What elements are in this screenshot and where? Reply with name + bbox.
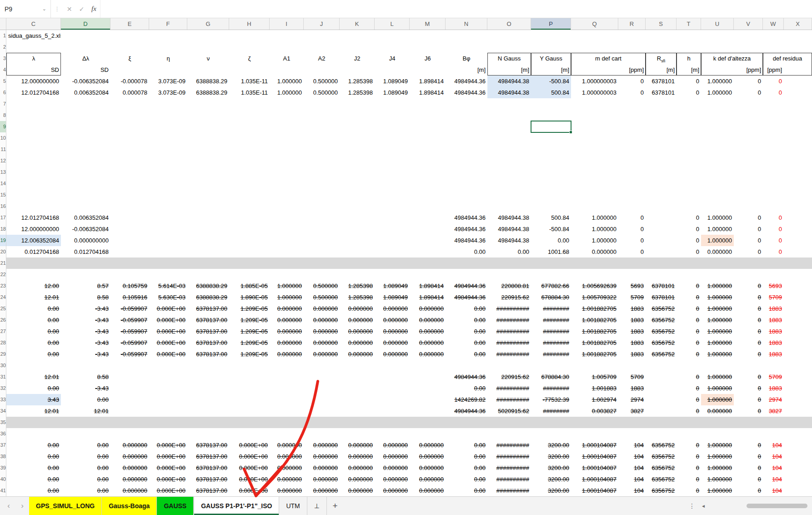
cell-I22[interactable] — [270, 269, 304, 280]
cell-S30[interactable] — [646, 360, 677, 371]
cell-G9[interactable] — [187, 121, 229, 132]
cell-J19[interactable] — [304, 235, 340, 246]
cell-N4[interactable]: [m] — [446, 64, 487, 76]
cell-D14[interactable] — [61, 178, 110, 189]
cell-V41[interactable]: 0 — [734, 485, 763, 496]
cell-D7[interactable] — [61, 98, 110, 110]
cell-S35[interactable] — [646, 417, 677, 428]
cell-E32[interactable] — [110, 383, 149, 394]
cell-N28[interactable]: 0.00 — [446, 337, 487, 348]
cell-K17[interactable] — [340, 212, 375, 223]
cell-G4[interactable] — [187, 64, 229, 76]
cell-S5[interactable]: 6378101 — [646, 76, 677, 87]
row-header-28[interactable]: 28 — [0, 337, 6, 348]
cell-I15[interactable] — [270, 189, 304, 201]
cell-R21[interactable] — [618, 258, 646, 269]
cell-H30[interactable] — [229, 360, 270, 371]
cell-U15[interactable] — [701, 189, 734, 201]
cell-U9[interactable] — [701, 121, 734, 132]
cell-J26[interactable]: 0.000000 — [304, 314, 340, 326]
cell-J41[interactable]: 0.000000 — [304, 485, 340, 496]
cell-T36[interactable] — [677, 428, 701, 439]
cell-M2[interactable] — [410, 41, 446, 53]
cell-M21[interactable] — [410, 258, 446, 269]
cell-L13[interactable] — [375, 167, 410, 178]
cell-C11[interactable] — [6, 144, 61, 155]
cell-W32[interactable]: 1883 — [763, 383, 784, 394]
cell-J27[interactable]: 0.000000 — [304, 326, 340, 337]
cell-W3[interactable]: def residua — [763, 53, 812, 64]
cell-E8[interactable] — [110, 110, 149, 121]
cell-W22[interactable] — [763, 269, 784, 280]
cell-X4[interactable] — [784, 64, 812, 76]
cell-H36[interactable] — [229, 428, 270, 439]
cell-O40[interactable]: ########## — [487, 474, 531, 485]
cell-P19[interactable]: 0.00 — [531, 235, 571, 246]
cell-V8[interactable] — [734, 110, 763, 121]
cell-V16[interactable] — [734, 201, 763, 212]
cell-H38[interactable]: 0.000E+00 — [229, 451, 270, 462]
cell-T4[interactable]: [m] — [677, 64, 701, 76]
cell-N15[interactable] — [446, 189, 487, 201]
cell-X17[interactable] — [784, 212, 812, 223]
cell-R24[interactable]: 5709 — [618, 292, 646, 303]
cell-C26[interactable]: 0.00 — [6, 314, 61, 326]
cell-L38[interactable]: 0.000000 — [375, 451, 410, 462]
cell-V11[interactable] — [734, 144, 763, 155]
cell-Q34[interactable]: 0.003827 — [571, 405, 618, 417]
cell-Q1[interactable] — [571, 30, 618, 41]
row-header-22[interactable]: 22 — [0, 269, 6, 280]
cell-X31[interactable] — [784, 371, 812, 383]
row-header-20[interactable]: 20 — [0, 246, 6, 258]
cell-O2[interactable] — [487, 41, 531, 53]
cell-P15[interactable] — [531, 189, 571, 201]
formula-input[interactable] — [100, 0, 812, 18]
cell-F1[interactable] — [149, 30, 187, 41]
cell-S37[interactable]: 6356752 — [646, 439, 677, 451]
cell-N37[interactable]: 0.00 — [446, 439, 487, 451]
cell-P11[interactable] — [531, 144, 571, 155]
cell-K20[interactable] — [340, 246, 375, 258]
cell-E27[interactable]: -0.059907 — [110, 326, 149, 337]
cell-X22[interactable] — [784, 269, 812, 280]
cell-G31[interactable] — [187, 371, 229, 383]
cell-I17[interactable] — [270, 212, 304, 223]
cell-M9[interactable] — [410, 121, 446, 132]
cell-Q30[interactable] — [571, 360, 618, 371]
cell-V19[interactable]: 0 — [734, 235, 763, 246]
cell-P37[interactable]: 3200.00 — [531, 439, 571, 451]
cell-I31[interactable] — [270, 371, 304, 383]
cell-D8[interactable] — [61, 110, 110, 121]
cell-L33[interactable] — [375, 394, 410, 405]
cell-G30[interactable] — [187, 360, 229, 371]
cell-R23[interactable]: 5693 — [618, 280, 646, 292]
cell-K40[interactable]: 0.000000 — [340, 474, 375, 485]
cell-J11[interactable] — [304, 144, 340, 155]
cell-L9[interactable] — [375, 121, 410, 132]
cell-C28[interactable]: 0.00 — [6, 337, 61, 348]
cell-N24[interactable]: 4984944.36 — [446, 292, 487, 303]
cell-J6[interactable]: 0.500000 — [304, 87, 340, 98]
cell-D22[interactable] — [61, 269, 110, 280]
cell-J28[interactable]: 0.000000 — [304, 337, 340, 348]
cell-O37[interactable]: ########## — [487, 439, 531, 451]
cell-N32[interactable]: 0.00 — [446, 383, 487, 394]
cell-U5[interactable]: 1.000000 — [701, 76, 734, 87]
cell-Q29[interactable]: 1.001882705 — [571, 348, 618, 360]
cell-F35[interactable] — [149, 417, 187, 428]
cell-K15[interactable] — [340, 189, 375, 201]
cell-N35[interactable] — [446, 417, 487, 428]
cell-S33[interactable] — [646, 394, 677, 405]
cell-K41[interactable]: 0.000000 — [340, 485, 375, 496]
cell-W10[interactable] — [763, 132, 784, 144]
cell-J36[interactable] — [304, 428, 340, 439]
cell-G36[interactable] — [187, 428, 229, 439]
cell-M13[interactable] — [410, 167, 446, 178]
cell-G15[interactable] — [187, 189, 229, 201]
cell-Q27[interactable]: 1.001882705 — [571, 326, 618, 337]
cell-W30[interactable] — [763, 360, 784, 371]
cell-T41[interactable]: 0 — [677, 485, 701, 496]
cell-H17[interactable] — [229, 212, 270, 223]
cell-U2[interactable] — [701, 41, 734, 53]
column-header-P[interactable]: P — [531, 18, 571, 30]
